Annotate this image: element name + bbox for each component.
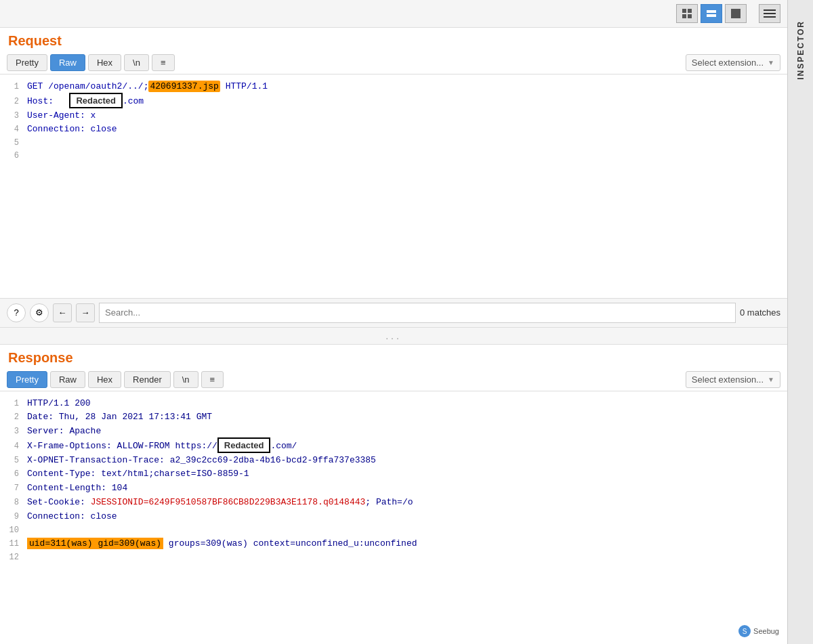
chevron-down-icon: ▼: [768, 376, 774, 383]
response-line-3: 3 Server: Apache: [0, 425, 787, 439]
svg-rect-0: [682, 9, 686, 13]
view-grid-btn[interactable]: [676, 4, 698, 23]
help-button[interactable]: ?: [7, 303, 26, 322]
tab-hex[interactable]: Hex: [88, 371, 121, 388]
request-tab-bar: Pretty Raw Hex \n ≡ Select extension... …: [0, 51, 787, 74]
response-title: Response: [0, 345, 787, 368]
request-line-2: 2 Host: Redacted.com: [0, 94, 787, 109]
svg-rect-1: [688, 9, 692, 13]
tab-menu[interactable]: ≡: [152, 54, 175, 71]
request-section: Request Pretty Raw Hex \n ≡ Select exten…: [0, 28, 787, 328]
response-section: Response Pretty Raw Hex Render \n ≡ Sele…: [0, 344, 787, 645]
response-line-4: 4 X-Frame-Options: ALLOW-FROM https://Re…: [0, 439, 787, 454]
tab-pretty[interactable]: Pretty: [7, 54, 47, 71]
request-line-3: 3 User-Agent: x: [0, 109, 787, 123]
request-line-4: 4 Connection: close: [0, 123, 787, 137]
select-extension-label: Select extension...: [692, 374, 764, 385]
tab-menu[interactable]: ≡: [201, 371, 224, 388]
response-line-9: 9 Connection: close: [0, 510, 787, 524]
select-extension-label: Select extension...: [692, 58, 764, 68]
tab-newline[interactable]: \n: [173, 371, 199, 388]
tab-newline[interactable]: \n: [124, 54, 149, 71]
request-line-1: 1 GET /openam/oauth2/../;420691337.jsp H…: [0, 80, 787, 94]
redacted-host: Redacted: [69, 93, 123, 108]
tab-render[interactable]: Render: [124, 371, 171, 388]
uid-highlight: uid=311(was) gid=309(was): [27, 538, 163, 549]
hamburger-line: [764, 9, 776, 11]
svg-rect-3: [688, 14, 692, 18]
hamburger-menu-btn[interactable]: [759, 4, 780, 23]
tab-hex[interactable]: Hex: [88, 54, 121, 71]
next-match-button[interactable]: →: [76, 303, 95, 322]
svg-rect-2: [682, 14, 686, 18]
hamburger-line: [764, 16, 776, 18]
seebug-badge: S Seebug: [738, 625, 779, 637]
prev-match-button[interactable]: ←: [53, 303, 72, 322]
svg-rect-4: [707, 10, 716, 13]
response-line-10: 10: [0, 524, 787, 537]
response-line-12: 12: [0, 551, 787, 564]
tab-raw[interactable]: Raw: [50, 371, 85, 388]
search-input[interactable]: [99, 303, 736, 323]
chevron-down-icon: ▼: [768, 59, 774, 66]
response-code-content: 1 HTTP/1.1 200 2 Date: Thu, 28 Jan 2021 …: [0, 391, 787, 645]
svg-rect-6: [731, 9, 741, 18]
response-line-11: 11 uid=311(was) gid=309(was) groups=309(…: [0, 537, 787, 551]
request-code-content: 1 GET /openam/oauth2/../;420691337.jsp H…: [0, 74, 787, 298]
view-split-btn[interactable]: [701, 4, 722, 23]
section-divider: ...: [0, 328, 787, 344]
seebug-icon: S: [738, 625, 751, 637]
response-line-7: 7 Content-Length: 104: [0, 481, 787, 496]
seebug-label: Seebug: [753, 627, 779, 635]
request-title: Request: [0, 28, 787, 51]
response-tab-bar: Pretty Raw Hex Render \n ≡ Select extens…: [0, 368, 787, 391]
inspector-sidebar: INSPECTOR: [787, 0, 813, 644]
request-line-6: 6: [0, 150, 787, 163]
response-line-2: 2 Date: Thu, 28 Jan 2021 17:13:41 GMT: [0, 410, 787, 425]
response-line-1: 1 HTTP/1.1 200: [0, 397, 787, 411]
response-select-extension[interactable]: Select extension... ▼: [686, 371, 780, 388]
tab-pretty[interactable]: Pretty: [7, 371, 47, 388]
highlight-path: 420691337.jsp: [148, 81, 220, 92]
top-toolbar: [0, 0, 787, 28]
cookie-value: JSESSIONID=6249F9510587BF86CB8D229B3A3E1…: [91, 497, 366, 507]
tab-raw[interactable]: Raw: [50, 54, 85, 71]
matches-count: 0 matches: [740, 307, 780, 318]
request-line-5: 5: [0, 137, 787, 150]
request-select-extension[interactable]: Select extension... ▼: [686, 54, 780, 71]
response-line-8: 8 Set-Cookie: JSESSIONID=6249F9510587BF8…: [0, 496, 787, 510]
inspector-label: INSPECTOR: [796, 14, 806, 87]
search-bar: ? ⚙ ← → 0 matches: [0, 298, 787, 328]
settings-button[interactable]: ⚙: [30, 303, 49, 322]
svg-rect-5: [707, 14, 716, 17]
response-line-5: 5 X-OPNET-Transaction-Trace: a2_39c2cc69…: [0, 454, 787, 468]
response-line-6: 6 Content-Type: text/html;charset=ISO-88…: [0, 467, 787, 481]
view-single-btn[interactable]: [725, 4, 747, 23]
hamburger-line: [764, 13, 776, 14]
redacted-domain: Redacted: [217, 437, 271, 453]
